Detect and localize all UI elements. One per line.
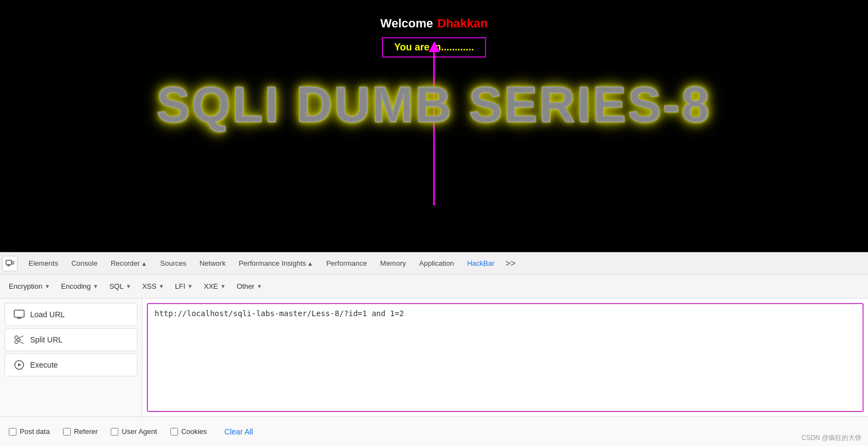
devtools-device-icon[interactable] <box>2 256 18 271</box>
tab-application[interactable]: Application <box>413 253 461 275</box>
cookies-checkbox-group[interactable]: Cookies <box>170 427 207 436</box>
tab-network[interactable]: Network <box>193 253 232 275</box>
encryption-arrow-icon: ▼ <box>44 283 50 289</box>
xss-dropdown[interactable]: XSS ▼ <box>138 280 168 293</box>
tab-memory[interactable]: Memory <box>374 253 413 275</box>
lfi-dropdown[interactable]: LFI ▼ <box>170 280 197 293</box>
web-content: Welcome Dhakkan You are in............ S… <box>0 0 868 252</box>
csdn-watermark: CSDN @疯狂的大饼 <box>801 433 861 443</box>
other-dropdown[interactable]: Other ▼ <box>232 280 266 293</box>
xss-arrow-icon: ▼ <box>158 283 164 289</box>
referer-checkbox[interactable] <box>63 428 71 436</box>
execute-icon <box>14 359 25 370</box>
cookies-label: Cookies <box>181 427 207 436</box>
svg-line-9 <box>18 336 24 339</box>
hackbar-main: Load URL Split URL <box>0 299 868 416</box>
split-url-button[interactable]: Split URL <box>4 328 138 351</box>
encryption-dropdown[interactable]: Encryption ▼ <box>4 280 54 293</box>
split-url-icon <box>14 334 25 345</box>
svg-rect-0 <box>6 260 12 265</box>
execute-label: Execute <box>30 361 58 369</box>
tab-elements[interactable]: Elements <box>22 253 65 275</box>
hackbar-toolbar: Encryption ▼ Encoding ▼ SQL ▼ XSS ▼ LFI … <box>0 275 868 299</box>
arrow-head <box>429 41 439 52</box>
post-data-checkbox-group[interactable]: Post data <box>9 427 50 436</box>
xxe-dropdown[interactable]: XXE ▼ <box>199 280 230 293</box>
svg-line-12 <box>18 340 21 341</box>
tab-recorder[interactable]: Recorder ▲ <box>104 253 153 275</box>
referer-checkbox-group[interactable]: Referer <box>63 427 98 436</box>
devtools-panel: Elements Console Recorder ▲ Sources Netw… <box>0 252 868 446</box>
main-title: SQLI DUMB SERIES-8 <box>157 77 711 133</box>
hackbar-bottom: Post data Referer User Agent Cookies Cle… <box>0 416 868 446</box>
encoding-dropdown[interactable]: Encoding ▼ <box>56 280 102 293</box>
tab-sources[interactable]: Sources <box>153 253 193 275</box>
lfi-arrow-icon: ▼ <box>187 283 193 289</box>
sql-arrow-icon: ▼ <box>125 283 131 289</box>
user-agent-checkbox-group[interactable]: User Agent <box>111 427 157 436</box>
post-data-label: Post data <box>20 427 50 436</box>
svg-rect-1 <box>12 261 14 264</box>
encoding-arrow-icon: ▼ <box>93 283 99 289</box>
tab-console[interactable]: Console <box>65 253 104 275</box>
more-tabs-button[interactable]: >> <box>501 253 520 275</box>
tab-hackbar[interactable]: HackBar <box>460 253 501 275</box>
svg-line-10 <box>18 341 24 344</box>
recorder-icon: ▲ <box>141 260 147 267</box>
svg-rect-4 <box>14 310 24 317</box>
welcome-area: Welcome Dhakkan <box>380 16 488 31</box>
cookies-checkbox[interactable] <box>170 428 178 436</box>
tab-performance[interactable]: Performance <box>319 253 373 275</box>
svg-point-8 <box>15 340 18 344</box>
load-url-icon <box>14 309 25 320</box>
post-data-checkbox[interactable] <box>9 428 16 436</box>
svg-point-7 <box>15 336 18 339</box>
load-url-button[interactable]: Load URL <box>4 303 138 326</box>
sql-dropdown[interactable]: SQL ▼ <box>105 280 135 293</box>
performance-insights-icon: ▲ <box>307 260 313 267</box>
split-url-label: Split URL <box>30 335 62 344</box>
execute-button[interactable]: Execute <box>4 353 138 376</box>
welcome-label: Welcome <box>380 16 433 31</box>
username: Dhakkan <box>437 16 488 31</box>
clear-all-button[interactable]: Clear All <box>220 425 258 438</box>
other-arrow-icon: ▼ <box>256 283 262 289</box>
load-url-label: Load URL <box>30 310 65 319</box>
tab-performance-insights[interactable]: Performance Insights ▲ <box>232 253 320 275</box>
hackbar-sidebar: Load URL Split URL <box>0 299 142 416</box>
url-input[interactable]: http://localhost/sqli-labs-master/Less-8… <box>147 303 864 412</box>
xxe-arrow-icon: ▼ <box>220 283 226 289</box>
user-agent-checkbox[interactable] <box>111 428 118 436</box>
user-agent-label: User Agent <box>122 427 157 436</box>
hackbar-content: http://localhost/sqli-labs-master/Less-8… <box>142 299 868 416</box>
referer-label: Referer <box>74 427 98 436</box>
devtools-tabs-bar: Elements Console Recorder ▲ Sources Netw… <box>0 253 868 275</box>
svg-line-11 <box>18 339 21 340</box>
svg-marker-14 <box>18 363 21 367</box>
